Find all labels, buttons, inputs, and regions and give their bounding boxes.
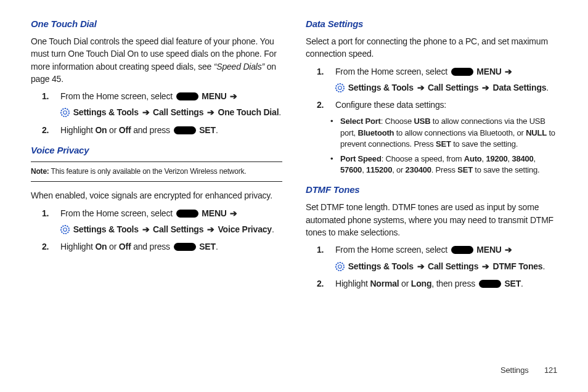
option-on: On	[95, 242, 107, 251]
ds-bullets: Select Port: Choose USB to allow connect…	[306, 116, 557, 176]
dtmf-intro: Set DTMF tone length. DTMF tones are use…	[306, 201, 557, 239]
speed-dials-ref: “Speed Dials”	[214, 62, 264, 71]
vp-step-1: 1. From the Home screen, select MENU ➔	[31, 207, 282, 219]
heading-one-touch-dial: One Touch Dial	[31, 18, 282, 29]
ds-step-1: 1. From the Home screen, select MENU ➔	[306, 65, 557, 78]
vp-step-2: 2. Highlight On or Off and press SET.	[31, 240, 282, 253]
vp-step-1-cont: Settings & Tools ➔ Call Settings ➔ Voice…	[31, 223, 282, 235]
step-text: From the Home screen, select	[335, 245, 450, 255]
page-footer: Settings 121	[500, 365, 557, 375]
t: . Press	[431, 165, 457, 174]
otd-steps-2: 2. Highlight On or Off and press SET.	[31, 124, 282, 136]
bullet-select-port: Select Port: Choose USB to allow connect…	[306, 116, 557, 150]
step-number: 2.	[317, 99, 324, 111]
path-call-settings: Call Settings	[425, 83, 481, 92]
set-label: SET	[436, 139, 451, 149]
menu-key-icon	[451, 246, 473, 254]
otd-intro: One Touch Dial controls the speed dial f…	[31, 35, 282, 85]
arrow-icon: ➔	[482, 261, 489, 271]
note-body: This feature is only available on the Ve…	[49, 167, 247, 176]
step-text: Highlight	[60, 125, 95, 135]
speed-19200: 19200	[486, 154, 507, 163]
path-call-settings: Call Settings	[150, 224, 206, 234]
press-text: , then press	[431, 279, 477, 288]
note-text: Note: This feature is only available on …	[31, 166, 282, 177]
step-text: Highlight	[335, 279, 370, 288]
menu-label: MENU	[475, 67, 504, 76]
set-label: SET	[197, 242, 216, 251]
otd-step-2: 2. Highlight On or Off and press SET.	[31, 124, 282, 136]
path-settings-tools: Settings & Tools	[346, 261, 416, 271]
otd-step-1-cont: Settings & Tools ➔ Call Settings ➔ One T…	[31, 106, 282, 118]
gear-icon	[335, 262, 345, 271]
speed-230400: 230400	[406, 165, 431, 174]
path-call-settings: Call Settings	[425, 261, 481, 271]
gear-icon	[335, 83, 345, 92]
option-off: Off	[119, 242, 131, 251]
left-column: One Touch Dial One Touch Dial controls t…	[31, 18, 282, 295]
path-dtmf-tones: DTMF Tones	[491, 261, 543, 271]
ds-step-1-cont: Settings & Tools ➔ Call Settings ➔ Data …	[306, 81, 557, 94]
heading-voice-privacy: Voice Privacy	[31, 145, 282, 155]
step-text: From the Home screen, select	[60, 91, 175, 101]
arrow-icon: ➔	[417, 83, 425, 92]
step-text: From the Home screen, select	[335, 67, 450, 76]
ds-steps-2: 2. Configure these data settings:	[306, 99, 557, 111]
menu-key-icon	[174, 126, 196, 134]
t: to allow connections via Bluetooth, or	[394, 128, 526, 137]
sep: ,	[534, 154, 536, 163]
arrow-icon: ➔	[207, 107, 214, 117]
arrow-icon: ➔	[505, 67, 512, 76]
arrow-icon: ➔	[230, 208, 237, 218]
or-text: , or	[392, 165, 405, 174]
menu-key-icon	[176, 210, 198, 218]
speed-38400: 38400	[512, 154, 533, 163]
t: to save the setting.	[451, 139, 518, 149]
t: : Choose a speed, from	[382, 154, 464, 163]
path-settings-tools: Settings & Tools	[346, 83, 416, 92]
press-text: and press	[131, 242, 172, 251]
vp-steps: 1. From the Home screen, select MENU ➔	[31, 207, 282, 219]
bullet-port-speed: Port Speed: Choose a speed, from Auto, 1…	[306, 153, 557, 176]
step-number: 2.	[42, 240, 49, 253]
step-number: 1.	[42, 90, 49, 102]
step-number: 1.	[317, 65, 324, 78]
option-normal: Normal	[370, 279, 399, 288]
arrow-icon: ➔	[142, 224, 150, 234]
arrow-icon: ➔	[417, 261, 425, 271]
menu-label: MENU	[475, 245, 504, 255]
option-on: On	[95, 125, 107, 135]
dtmf-step-1: 1. From the Home screen, select MENU ➔	[306, 243, 557, 256]
usb-label: USB	[414, 116, 431, 126]
gear-icon	[60, 225, 70, 234]
note-label: Note:	[31, 167, 49, 176]
arrow-icon: ➔	[230, 91, 237, 101]
page-number: 121	[544, 365, 557, 375]
auto-label: Auto	[464, 154, 482, 163]
dtmf-step-1-cont: Settings & Tools ➔ Call Settings ➔ DTMF …	[306, 260, 557, 272]
path-call-settings: Call Settings	[150, 107, 206, 117]
set-label: SET	[457, 165, 473, 174]
heading-data-settings: Data Settings	[306, 18, 557, 29]
otd-steps: 1. From the Home screen, select MENU ➔	[31, 90, 282, 102]
speed-57600: 57600	[340, 165, 362, 174]
bluetooth-label: Bluetooth	[357, 128, 394, 137]
vp-intro: When enabled, voice signals are encrypte…	[31, 189, 282, 202]
menu-key-icon	[174, 243, 196, 251]
or-text: or	[107, 125, 118, 135]
sep: ,	[362, 165, 366, 174]
arrow-icon: ➔	[207, 224, 214, 234]
ds-steps: 1. From the Home screen, select MENU ➔	[306, 65, 557, 78]
bullet-name: Select Port	[340, 116, 381, 126]
speed-115200: 115200	[366, 165, 392, 174]
gear-icon	[60, 108, 70, 117]
menu-key-icon	[176, 92, 198, 100]
dtmf-step-2: 2. Highlight Normal or Long, then press …	[306, 277, 557, 290]
arrow-icon: ➔	[505, 245, 512, 255]
path-one-touch-dial: One Touch Dial	[216, 107, 279, 117]
step-text: Highlight	[60, 242, 95, 251]
arrow-icon: ➔	[482, 83, 489, 92]
footer-section: Settings	[500, 365, 528, 375]
two-column-layout: One Touch Dial One Touch Dial controls t…	[31, 18, 557, 295]
bullet-name: Port Speed	[340, 154, 382, 163]
